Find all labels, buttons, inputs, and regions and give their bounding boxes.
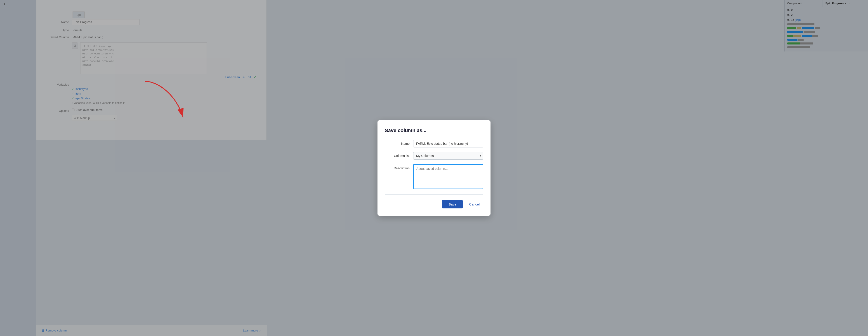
modal-actions: Save Cancel (385, 200, 483, 208)
red-arrow-annotation (131, 77, 190, 127)
name-label: Name (385, 142, 410, 145)
modal-divider (385, 194, 483, 195)
modal-overlay: Save column as... Name Column list My Co… (0, 0, 868, 336)
description-textarea[interactable] (413, 164, 483, 189)
column-list-select-wrapper: My Columns Team Columns Shared Columns ▾ (413, 152, 483, 160)
modal-title: Save column as... (385, 128, 483, 133)
column-list-row: Column list My Columns Team Columns Shar… (385, 152, 483, 160)
save-button[interactable]: Save (442, 200, 463, 208)
description-row: Description (385, 164, 483, 189)
cancel-button[interactable]: Cancel (465, 200, 483, 208)
name-input[interactable] (413, 140, 483, 147)
description-label: Description (385, 166, 410, 170)
column-list-select[interactable]: My Columns Team Columns Shared Columns (413, 152, 483, 160)
name-row: Name (385, 140, 483, 147)
column-list-label: Column list (385, 154, 410, 158)
save-column-modal: Save column as... Name Column list My Co… (377, 120, 491, 216)
